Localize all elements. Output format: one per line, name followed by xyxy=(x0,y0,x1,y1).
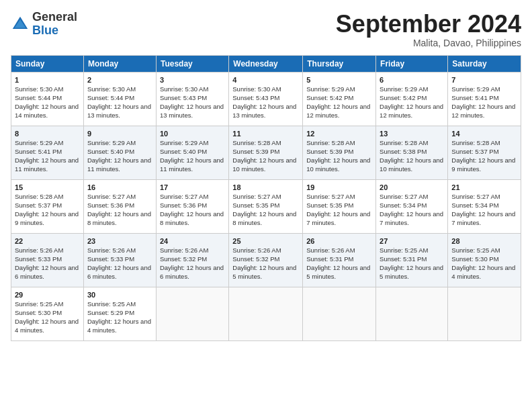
day-info: Daylight: 12 hours and 4 minutes. xyxy=(451,264,517,281)
day-info: Sunrise: 5:28 AM xyxy=(306,139,372,148)
day-number: 16 xyxy=(87,183,152,193)
day-info: Daylight: 12 hours and 12 minutes. xyxy=(380,103,444,120)
table-row: 20Sunrise: 5:27 AMSunset: 5:34 PMDayligh… xyxy=(376,179,448,233)
day-info: Sunset: 5:44 PM xyxy=(15,94,80,103)
col-thursday: Thursday xyxy=(303,55,376,72)
day-number: 30 xyxy=(87,290,152,300)
day-info: Sunset: 5:42 PM xyxy=(380,94,444,103)
logo-icon xyxy=(11,15,30,34)
calendar-week-row: 22Sunrise: 5:26 AMSunset: 5:33 PMDayligh… xyxy=(11,233,521,287)
day-info: Daylight: 12 hours and 6 minutes. xyxy=(87,264,152,281)
table-row: 18Sunrise: 5:27 AMSunset: 5:35 PMDayligh… xyxy=(229,179,303,233)
day-info: Sunrise: 5:29 AM xyxy=(306,85,372,94)
day-info: Sunrise: 5:26 AM xyxy=(15,246,80,255)
col-saturday: Saturday xyxy=(448,55,521,72)
day-info: Sunset: 5:29 PM xyxy=(87,309,152,318)
day-info: Sunset: 5:30 PM xyxy=(15,309,80,318)
table-row: 8Sunrise: 5:29 AMSunset: 5:41 PMDaylight… xyxy=(11,126,84,179)
day-number: 3 xyxy=(160,75,225,85)
table-row: 19Sunrise: 5:27 AMSunset: 5:35 PMDayligh… xyxy=(303,179,376,233)
day-number: 10 xyxy=(160,129,225,139)
day-number: 22 xyxy=(15,236,80,246)
day-info: Sunrise: 5:29 AM xyxy=(451,85,517,94)
day-info: Sunset: 5:40 PM xyxy=(160,148,225,156)
day-info: Sunrise: 5:27 AM xyxy=(87,193,152,201)
table-row: 26Sunrise: 5:26 AMSunset: 5:31 PMDayligh… xyxy=(303,233,376,287)
title-section: September 2024 Malita, Davao, Philippine… xyxy=(336,11,521,48)
day-info: Daylight: 12 hours and 5 minutes. xyxy=(232,264,299,281)
table-row: 3Sunrise: 5:30 AMSunset: 5:43 PMDaylight… xyxy=(156,72,228,126)
table-row: 11Sunrise: 5:28 AMSunset: 5:39 PMDayligh… xyxy=(229,126,303,179)
day-number: 1 xyxy=(15,75,80,85)
day-info: Sunrise: 5:27 AM xyxy=(380,193,444,201)
day-info: Sunrise: 5:27 AM xyxy=(306,193,372,201)
day-info: Sunset: 5:39 PM xyxy=(232,148,299,156)
table-row: 17Sunrise: 5:27 AMSunset: 5:36 PMDayligh… xyxy=(156,179,228,233)
table-row xyxy=(156,287,228,340)
page-container: General Blue September 2024 Malita, Dava… xyxy=(0,0,532,347)
day-info: Sunrise: 5:28 AM xyxy=(451,139,517,148)
day-number: 15 xyxy=(15,183,80,193)
day-info: Sunset: 5:43 PM xyxy=(160,94,225,103)
day-info: Daylight: 12 hours and 11 minutes. xyxy=(15,156,80,174)
day-info: Sunrise: 5:30 AM xyxy=(15,85,80,94)
table-row: 2Sunrise: 5:30 AMSunset: 5:44 PMDaylight… xyxy=(83,72,156,126)
day-info: Sunset: 5:34 PM xyxy=(380,201,444,210)
day-info: Sunrise: 5:25 AM xyxy=(380,246,444,255)
day-info: Daylight: 12 hours and 9 minutes. xyxy=(451,156,517,174)
day-info: Sunrise: 5:26 AM xyxy=(306,246,372,255)
day-info: Sunrise: 5:27 AM xyxy=(451,193,517,201)
day-info: Daylight: 12 hours and 12 minutes. xyxy=(451,103,517,120)
logo-text: General Blue xyxy=(32,11,77,38)
day-number: 26 xyxy=(306,236,372,246)
table-row xyxy=(448,287,521,340)
day-info: Sunrise: 5:28 AM xyxy=(232,139,299,148)
day-info: Sunset: 5:41 PM xyxy=(451,94,517,103)
day-info: Sunrise: 5:28 AM xyxy=(15,193,80,201)
day-info: Daylight: 12 hours and 6 minutes. xyxy=(160,264,225,281)
day-number: 11 xyxy=(232,129,299,139)
table-row xyxy=(303,287,376,340)
day-info: Daylight: 12 hours and 7 minutes. xyxy=(451,210,517,228)
day-info: Daylight: 12 hours and 6 minutes. xyxy=(15,264,80,281)
day-info: Sunrise: 5:25 AM xyxy=(87,300,152,309)
col-sunday: Sunday xyxy=(11,55,84,72)
day-info: Daylight: 12 hours and 11 minutes. xyxy=(160,156,225,174)
day-info: Sunrise: 5:25 AM xyxy=(451,246,517,255)
day-info: Sunset: 5:42 PM xyxy=(306,94,372,103)
calendar-week-row: 1Sunrise: 5:30 AMSunset: 5:44 PMDaylight… xyxy=(11,72,521,126)
day-number: 7 xyxy=(451,75,517,85)
day-info: Daylight: 12 hours and 11 minutes. xyxy=(87,156,152,174)
table-row: 27Sunrise: 5:25 AMSunset: 5:31 PMDayligh… xyxy=(376,233,448,287)
table-row: 23Sunrise: 5:26 AMSunset: 5:33 PMDayligh… xyxy=(83,233,156,287)
day-info: Sunset: 5:35 PM xyxy=(306,201,372,210)
day-info: Daylight: 12 hours and 5 minutes. xyxy=(380,264,444,281)
table-row: 22Sunrise: 5:26 AMSunset: 5:33 PMDayligh… xyxy=(11,233,84,287)
day-number: 23 xyxy=(87,236,152,246)
calendar-table: Sunday Monday Tuesday Wednesday Thursday… xyxy=(11,55,521,341)
table-row: 1Sunrise: 5:30 AMSunset: 5:44 PMDaylight… xyxy=(11,72,84,126)
day-info: Sunrise: 5:30 AM xyxy=(232,85,299,94)
day-info: Daylight: 12 hours and 7 minutes. xyxy=(380,210,444,228)
day-number: 20 xyxy=(380,183,444,193)
day-info: Daylight: 12 hours and 10 minutes. xyxy=(380,156,444,174)
table-row: 6Sunrise: 5:29 AMSunset: 5:42 PMDaylight… xyxy=(376,72,448,126)
day-info: Sunrise: 5:29 AM xyxy=(380,85,444,94)
table-row xyxy=(376,287,448,340)
day-number: 21 xyxy=(451,183,517,193)
day-info: Sunset: 5:33 PM xyxy=(15,255,80,264)
logo: General Blue xyxy=(11,11,77,38)
day-info: Daylight: 12 hours and 10 minutes. xyxy=(232,156,299,174)
table-row: 14Sunrise: 5:28 AMSunset: 5:37 PMDayligh… xyxy=(448,126,521,179)
calendar-week-row: 8Sunrise: 5:29 AMSunset: 5:41 PMDaylight… xyxy=(11,126,521,179)
day-info: Sunset: 5:31 PM xyxy=(380,255,444,264)
day-info: Daylight: 12 hours and 13 minutes. xyxy=(232,103,299,120)
day-info: Sunset: 5:34 PM xyxy=(451,201,517,210)
day-info: Sunrise: 5:29 AM xyxy=(87,139,152,148)
day-info: Sunset: 5:39 PM xyxy=(306,148,372,156)
day-info: Sunrise: 5:26 AM xyxy=(232,246,299,255)
col-wednesday: Wednesday xyxy=(229,55,303,72)
day-info: Sunrise: 5:27 AM xyxy=(160,193,225,201)
day-info: Sunrise: 5:26 AM xyxy=(160,246,225,255)
day-number: 25 xyxy=(232,236,299,246)
